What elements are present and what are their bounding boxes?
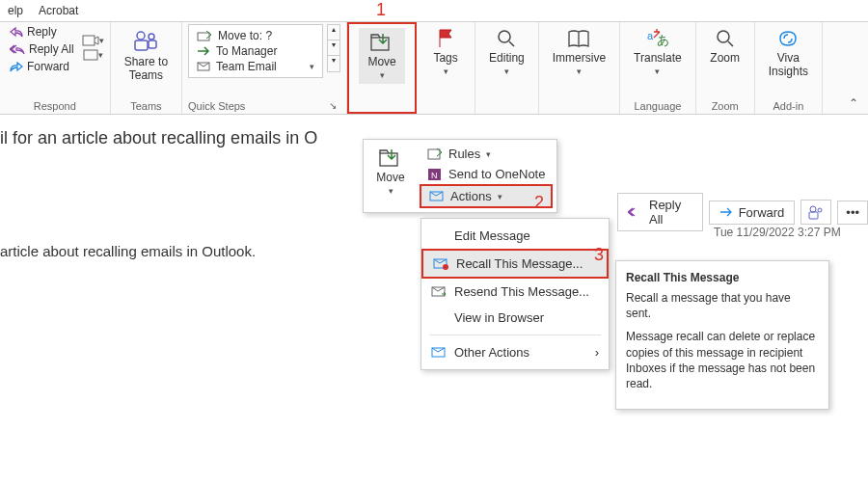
forward-label: Forward	[27, 60, 69, 73]
group-immersive: Immersive ▾	[539, 22, 620, 114]
group-editing: Editing ▾	[475, 22, 539, 114]
quickstep-teamemail-label: Team Email	[216, 60, 277, 73]
tooltip-p2: Message recall can delete or replace cop…	[626, 329, 819, 391]
more-actions-button[interactable]: •••	[837, 201, 868, 225]
quicksteps-gallery-controls[interactable]: ▴ ▾ ▾	[327, 24, 340, 72]
tab-acrobat[interactable]: Acrobat	[39, 4, 78, 17]
forward-label-2: Forward	[739, 205, 785, 220]
teams-chat-button[interactable]	[800, 200, 831, 225]
zoom-label: Zoom	[710, 51, 740, 65]
view-browser-item[interactable]: View in Browser	[421, 305, 609, 331]
group-quicksteps-label: Quick Steps	[188, 100, 245, 112]
move-submenu-button[interactable]: Move ▾	[367, 144, 414, 200]
group-tags: Tags ▾	[417, 22, 475, 114]
teams-icon	[132, 28, 159, 53]
replyall-label-2: Reply All	[649, 198, 692, 227]
svg-rect-14	[428, 149, 440, 159]
actions-label: Actions	[450, 189, 492, 203]
chevron-down-icon: ▾	[655, 67, 660, 76]
rules-button[interactable]: Rules ▾	[420, 144, 553, 164]
chevron-down-icon: ▾	[486, 149, 491, 159]
move-folder-icon	[378, 147, 403, 169]
other-actions-item[interactable]: Other Actions ›	[421, 339, 609, 365]
move-dropdown: Move ▾ Rules ▾ N Send to OneNote Actions…	[363, 139, 557, 213]
viva-label: Viva Insights	[769, 51, 808, 78]
send-onenote-button[interactable]: N Send to OneNote	[420, 164, 553, 184]
replyall-button-2[interactable]: Reply All	[617, 193, 703, 231]
message-timestamp: Tue 11/29/2022 3:27 PM	[714, 226, 841, 239]
tooltip-title: Recall This Message	[626, 271, 819, 284]
annotation-3: 3	[594, 245, 604, 265]
scroll-up-icon[interactable]: ▴	[328, 25, 339, 40]
arrow-right-icon	[197, 46, 210, 56]
share-teams-label: Share to Teams	[124, 55, 168, 82]
resend-message-label: Resend This Message...	[454, 284, 589, 299]
viva-button[interactable]: Viva Insights	[761, 24, 816, 82]
recall-message-item[interactable]: Recall This Message...	[421, 249, 609, 279]
other-actions-label: Other Actions	[454, 345, 529, 360]
envelope-icon	[197, 62, 210, 71]
chevron-down-icon: ▾	[444, 67, 448, 76]
svg-point-22	[810, 206, 816, 212]
forward-button[interactable]: Forward	[6, 59, 78, 74]
tab-help[interactable]: elp	[8, 4, 23, 17]
tooltip-p1: Recall a message that you have sent.	[626, 290, 819, 321]
editing-button[interactable]: Editing ▾	[481, 24, 532, 80]
move-submenu-label: Move	[376, 171, 404, 184]
group-move-label	[349, 108, 415, 112]
recall-icon	[433, 258, 448, 270]
svg-rect-5	[149, 40, 156, 48]
reply-all-button[interactable]: Reply All	[6, 41, 78, 57]
svg-point-2	[137, 32, 145, 40]
reply-button[interactable]: Reply	[6, 24, 78, 40]
quickstep-teamemail[interactable]: Team Email ▾	[193, 60, 318, 73]
translate-button[interactable]: aあ Translate ▾	[626, 24, 690, 80]
svg-point-12	[718, 31, 729, 42]
dialog-launcher-icon[interactable]: ↘	[329, 100, 340, 112]
more-respond-icon[interactable]: ▾	[83, 49, 103, 61]
quickstep-moveto[interactable]: Move to: ?	[193, 29, 318, 42]
menu-separator	[429, 335, 601, 335]
actions-icon	[429, 191, 445, 202]
chevron-down-icon: ▾	[389, 186, 393, 196]
viva-icon	[776, 28, 800, 49]
group-language: aあ Translate ▾ Language	[620, 22, 696, 114]
reply-all-icon	[10, 43, 25, 55]
recall-tooltip: Recall This Message Recall a message tha…	[615, 260, 829, 410]
edit-message-item[interactable]: Edit Message	[421, 223, 609, 249]
share-teams-button[interactable]: Share to Teams	[117, 24, 176, 86]
onenote-icon: N	[427, 168, 443, 181]
move-label: Move	[367, 55, 395, 68]
group-zoom-label: Zoom	[702, 98, 748, 114]
svg-text:N: N	[431, 171, 438, 180]
svg-text:a: a	[647, 30, 654, 41]
actions-button[interactable]: Actions ▾	[420, 184, 553, 208]
quickstep-tomanager[interactable]: To Manager	[193, 44, 318, 58]
tags-button[interactable]: Tags ▾	[422, 24, 469, 80]
svg-rect-1	[84, 50, 97, 60]
immersive-label: Immersive	[553, 51, 606, 65]
chevron-down-icon: ▾	[498, 192, 502, 201]
group-move: Move ▾	[347, 22, 417, 114]
group-zoom: Zoom Zoom	[696, 22, 755, 114]
search-icon	[496, 28, 517, 49]
book-icon	[566, 28, 591, 49]
resend-message-item[interactable]: Resend This Message...	[421, 279, 609, 305]
collapse-ribbon-icon[interactable]: ⌃	[849, 96, 858, 110]
immersive-button[interactable]: Immersive ▾	[545, 24, 613, 80]
resend-icon	[431, 286, 447, 298]
chevron-down-icon: ▾	[577, 67, 582, 76]
move-button[interactable]: Move ▾	[359, 28, 405, 84]
group-respond: Reply Reply All Forward ▾ ▾ Respond	[0, 22, 111, 114]
forward-button-2[interactable]: Forward	[709, 201, 796, 225]
group-addin-label: Add-in	[761, 98, 816, 114]
scroll-down-icon[interactable]: ▾	[328, 40, 339, 56]
meeting-icon[interactable]: ▾	[82, 34, 104, 47]
move-folder-icon	[369, 32, 394, 53]
svg-rect-6	[198, 33, 209, 40]
group-addin: Viva Insights Add-in	[755, 22, 823, 114]
quickstep-tomanager-label: To Manager	[216, 44, 277, 58]
other-actions-icon	[431, 347, 447, 359]
zoom-button[interactable]: Zoom	[702, 24, 748, 68]
expand-icon[interactable]: ▾	[328, 56, 339, 71]
